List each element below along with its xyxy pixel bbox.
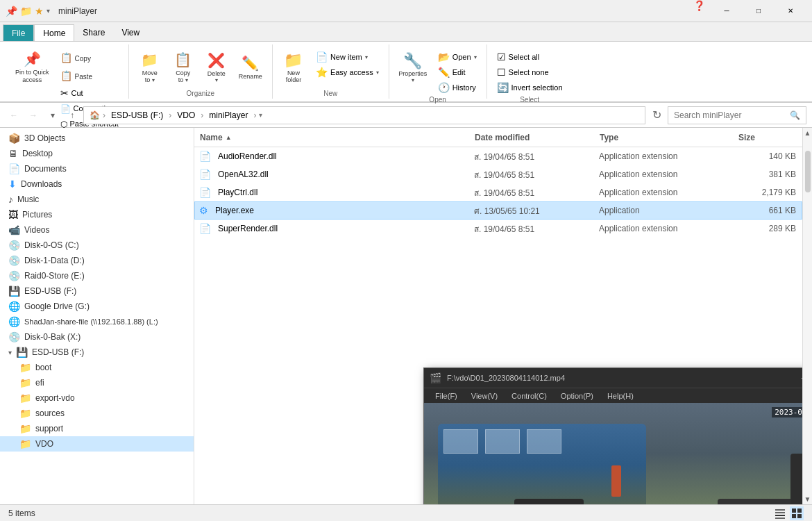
- vdo-icon: 📁: [19, 438, 31, 449]
- refresh-button[interactable]: ↻: [648, 107, 665, 124]
- tab-home[interactable]: Home: [34, 24, 74, 41]
- sidebar-label-boot: boot: [35, 363, 188, 372]
- sidebar-item-vdo[interactable]: 📁 VDO: [0, 436, 194, 452]
- svg-rect-1: [775, 512, 785, 513]
- select-all-button[interactable]: Select all: [493, 50, 567, 64]
- tab-file[interactable]: File: [3, 24, 34, 41]
- sidebar-item-documents[interactable]: 📄 Documents: [0, 161, 194, 176]
- help-icon[interactable]: ❓: [693, 0, 705, 22]
- sidebar-item-raid-e[interactable]: 💿 Raid0-Store (E:): [0, 268, 194, 283]
- col-header-size[interactable]: Size: [733, 128, 802, 147]
- view-details-button[interactable]: [773, 506, 787, 520]
- sidebar-item-esd-f[interactable]: 💾 ESD-USB (F:): [0, 283, 194, 299]
- col-name-label: Name: [200, 133, 223, 142]
- back-button[interactable]: ←: [6, 107, 22, 124]
- pin-to-quick-access-button[interactable]: Pin to Quickaccess: [11, 47, 53, 88]
- mp-video: 2023-08-04 11:41:13 ⬡HF⬡123 | S-2MP-36mm: [424, 403, 802, 504]
- copy-button[interactable]: Copy: [56, 50, 123, 67]
- minimize-button[interactable]: ─: [711, 0, 743, 22]
- sidebar-item-disk-x[interactable]: 💿 Disk-0-Bak (X:): [0, 329, 194, 345]
- details-view-icon: [775, 508, 786, 519]
- new-item-button[interactable]: New item ▾: [312, 50, 383, 64]
- easy-access-button[interactable]: Easy access ▾: [312, 65, 383, 79]
- filelist-scrollbar[interactable]: ▲ ▼: [802, 128, 812, 504]
- sidebar-item-sources[interactable]: 📁 sources: [0, 406, 194, 421]
- paste-button[interactable]: Paste: [56, 68, 123, 85]
- edit-button[interactable]: Edit: [434, 65, 481, 79]
- dll-icon-audio: 📄: [199, 151, 211, 162]
- mp-menu-view[interactable]: View(V): [466, 390, 503, 402]
- scrollbar-up-arrow[interactable]: ▲: [804, 129, 811, 137]
- close-button[interactable]: ✕: [775, 0, 806, 22]
- sidebar-item-downloads[interactable]: ⬇ Downloads: [0, 176, 194, 192]
- col-header-date[interactable]: Date modified: [469, 128, 594, 147]
- copy-to-button[interactable]: Copyto ▾: [168, 47, 198, 88]
- delete-button[interactable]: Delete ▾: [201, 47, 232, 88]
- col-header-type[interactable]: Type: [594, 128, 733, 147]
- maximize-button[interactable]: □: [743, 0, 775, 22]
- sidebar-item-videos[interactable]: 📹 Videos: [0, 222, 194, 238]
- up-button[interactable]: ↑: [64, 107, 81, 124]
- select-none-button[interactable]: Select none: [493, 65, 567, 79]
- titlebar-dropdown-btn[interactable]: ▾: [46, 7, 50, 15]
- delete-dropdown-arrow: ▾: [215, 77, 218, 83]
- col-header-name[interactable]: Name ▲: [194, 128, 469, 147]
- svg-rect-7: [797, 514, 802, 518]
- sidebar-item-support[interactable]: 📁 support: [0, 421, 194, 436]
- scrollbar-thumb[interactable]: [805, 151, 811, 192]
- sidebar-label-downloads: Downloads: [21, 179, 188, 189]
- file-date-player: ศ. 13/05/65 10:21: [468, 204, 593, 217]
- file-row-playctrl[interactable]: 📄 PlayCtrl.dll ส. 19/04/65 8:51 Applicat…: [194, 183, 802, 201]
- mp-menu-option[interactable]: Option(P): [555, 390, 599, 402]
- scrollbar-down-arrow[interactable]: ▼: [804, 495, 811, 503]
- invert-selection-button[interactable]: Invert selection: [493, 81, 567, 94]
- paste-label: Paste: [75, 73, 93, 81]
- sidebar-item-music[interactable]: ♪ Music: [0, 192, 194, 207]
- file-row-audio[interactable]: 📄 AudioRender.dll ส. 19/04/65 8:51 Appli…: [194, 147, 802, 165]
- mp-minimize-button[interactable]: ─: [795, 371, 802, 385]
- view-tiles-button[interactable]: [790, 506, 804, 520]
- sidebar-item-google-g[interactable]: 🌐 Google Drive (G:): [0, 299, 194, 314]
- sidebar-item-disk-d[interactable]: 💿 Disk-1-Data (D:): [0, 253, 194, 268]
- mp-menu-help[interactable]: Help(H): [602, 390, 639, 402]
- path-vdo[interactable]: VDO: [174, 109, 198, 122]
- move-to-button[interactable]: Moveto ▾: [135, 47, 165, 88]
- sidebar-item-pictures[interactable]: 🖼 Pictures: [0, 207, 194, 222]
- sidebar-item-desktop[interactable]: 🖥 Desktop: [0, 146, 194, 161]
- new-folder-button[interactable]: 📁 Newfolder: [278, 47, 309, 88]
- new-folder-label: Newfolder: [286, 69, 302, 83]
- file-row-player[interactable]: ⚙ Player.exe ศ. 13/05/65 10:21 Applicati…: [194, 201, 802, 220]
- path-pc[interactable]: ESD-USB (F:): [108, 109, 166, 122]
- delete-icon: [208, 52, 225, 69]
- file-row-superrender[interactable]: 📄 SuperRender.dll ส. 19/04/65 8:51 Appli…: [194, 220, 802, 238]
- tab-view[interactable]: View: [113, 24, 148, 41]
- rename-button[interactable]: Rename: [235, 47, 267, 88]
- cut-button[interactable]: Cut: [56, 86, 123, 100]
- file-name-superrender: SuperRender.dll: [215, 224, 468, 233]
- file-row-openal[interactable]: 📄 OpenAL32.dll ส. 19/04/65 8:51 Applicat…: [194, 165, 802, 183]
- disk-d-icon: 💿: [8, 255, 20, 266]
- forward-button[interactable]: →: [25, 107, 42, 124]
- mp-menu-file[interactable]: File(F): [430, 390, 463, 402]
- search-input[interactable]: [674, 110, 787, 120]
- open-button[interactable]: Open ▾: [434, 50, 481, 64]
- tab-share[interactable]: Share: [74, 24, 113, 41]
- properties-button[interactable]: 🔧 Properties ▾: [395, 47, 431, 88]
- sidebar-item-export-vdo[interactable]: 📁 export-vdo: [0, 390, 194, 406]
- path-miniplayer[interactable]: miniPlayer: [206, 109, 251, 122]
- svg-rect-0: [775, 509, 785, 511]
- address-path[interactable]: 🏠 › ESD-USB (F:) › VDO › miniPlayer › ▾: [83, 106, 645, 124]
- sidebar-item-net-l[interactable]: 🌐 ShadJan-share-file (\\192.168.1.88) (L…: [0, 314, 194, 329]
- path-dropdown-arrow[interactable]: ▾: [259, 111, 262, 119]
- dll-icon-playctrl: 📄: [199, 187, 211, 198]
- esd-expanded-icon: 💾: [16, 347, 28, 358]
- sidebar-item-efi[interactable]: 📁 efi: [0, 375, 194, 390]
- sidebar-item-3d-objects[interactable]: 📦 3D Objects: [0, 131, 194, 146]
- sidebar-item-boot[interactable]: 📁 boot: [0, 360, 194, 375]
- sidebar-item-esd-expanded[interactable]: ▾ 💾 ESD-USB (F:): [0, 345, 194, 360]
- search-box[interactable]: 🔍: [668, 106, 806, 124]
- mp-menu-control[interactable]: Control(C): [506, 390, 552, 402]
- history-button[interactable]: History: [434, 81, 481, 94]
- recent-locations-button[interactable]: ▾: [44, 107, 61, 124]
- sidebar-item-disk-c[interactable]: 💿 Disk-0-OS (C:): [0, 238, 194, 253]
